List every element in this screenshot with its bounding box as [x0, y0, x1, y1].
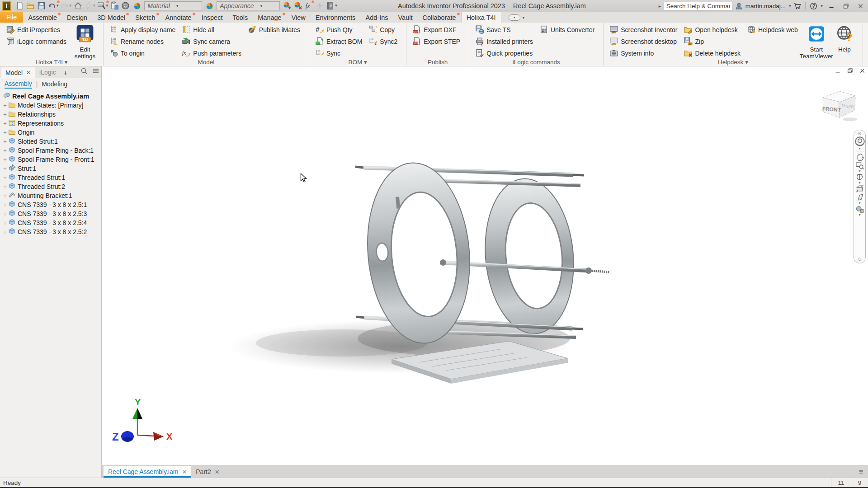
- browser-tab-ilogic[interactable]: iLogic: [35, 67, 60, 78]
- ribbon-tab-holixa-t4i[interactable]: Holixa T4I: [461, 12, 501, 23]
- search-input[interactable]: [664, 2, 732, 10]
- add-browser-tab-button[interactable]: +: [60, 69, 71, 78]
- ribbon-tab-collaborate[interactable]: Collaborate: [417, 12, 461, 23]
- ribbon-tab-tools[interactable]: Tools: [227, 12, 253, 23]
- user-name[interactable]: martin.madaj...: [745, 3, 786, 9]
- system-info-button[interactable]: System info: [608, 47, 679, 59]
- expand-icon[interactable]: +: [2, 229, 8, 235]
- tree-node-cns-7339-3-x-8-x-2-5-4[interactable]: +CNS 7339 - 3 x 8 x 2.5:4: [2, 218, 101, 227]
- subtab-modeling[interactable]: Modeling: [42, 80, 67, 88]
- rename-nodes-button[interactable]: Rename nodes: [108, 36, 177, 47]
- ribbon-group-label[interactable]: Holixa T4I ▾: [0, 58, 103, 66]
- open-helpdesk-button[interactable]: Open helpdesk: [682, 24, 742, 36]
- qat-new-file-button[interactable]: [14, 0, 25, 10]
- doc-restore-button[interactable]: [847, 67, 853, 75]
- qat-plus-grey-button[interactable]: [314, 0, 325, 10]
- edit-iproperties-button[interactable]: Edit iProperties: [4, 24, 68, 36]
- navbar-minimize-icon[interactable]: ⊖: [858, 257, 861, 262]
- chevron-down-icon[interactable]: ▾: [859, 147, 860, 150]
- save-ts-button[interactable]: Save TS: [473, 24, 535, 36]
- ribbon-group-label[interactable]: Publish: [406, 59, 469, 66]
- qat-select-device-button[interactable]: ▾: [96, 0, 109, 10]
- zoom-window-icon[interactable]: [854, 161, 865, 169]
- sync-button[interactable]: Sync: [313, 47, 364, 59]
- expand-icon[interactable]: +: [2, 156, 8, 163]
- qat-clipboard-button[interactable]: [109, 0, 120, 10]
- minimize-button[interactable]: [826, 1, 837, 11]
- browser-tab-model[interactable]: Model ✕: [1, 67, 35, 78]
- chevron-down-icon[interactable]: ▾: [859, 169, 860, 173]
- tree-node-strut-1[interactable]: +Strut:1: [2, 164, 101, 173]
- tree-node-cns-7339-3-x-8-x-2-5-3[interactable]: +CNS 7339 - 3 x 8 x 2.5:3: [2, 209, 101, 218]
- ribbon-tab-assemble[interactable]: Assemble: [23, 12, 62, 23]
- assembly-3d-view[interactable]: [102, 66, 868, 465]
- qat-home-button[interactable]: [72, 0, 83, 10]
- ribbon-tab-file[interactable]: File: [0, 12, 23, 23]
- qat-fx-button[interactable]: fx: [303, 0, 314, 10]
- extract-bom-button[interactable]: XLSExtract BOM: [313, 36, 364, 47]
- close-button[interactable]: [854, 1, 866, 11]
- expand-icon[interactable]: +: [2, 147, 8, 154]
- ribbon-tab-annotate[interactable]: Annotate: [160, 12, 197, 23]
- screenshot-desktop-button[interactable]: Screenshot desktop: [608, 36, 679, 47]
- tree-node-mounting-bracket-1[interactable]: +Mounting Bracket:1: [2, 191, 101, 200]
- expand-icon[interactable]: +: [2, 183, 8, 190]
- graphics-viewport[interactable]: FRONT RIGHT ⊗ ▾ ▾ ▾ ▾ ▾ ⊖ Y X Z: [102, 66, 868, 465]
- subtab-assembly[interactable]: Assembly: [5, 80, 32, 89]
- menu-icon[interactable]: [92, 67, 99, 76]
- close-icon[interactable]: ✕: [215, 469, 220, 475]
- qat-render-sphere-button[interactable]: [120, 0, 131, 10]
- expand-icon[interactable]: +: [2, 211, 8, 217]
- expand-icon[interactable]: +: [2, 174, 8, 181]
- doc-minimize-button[interactable]: [835, 67, 841, 75]
- to-origin-button[interactable]: To origin: [108, 47, 177, 59]
- ribbon-tab-vault[interactable]: Vault: [393, 12, 417, 23]
- collapse-arrow-icon[interactable]: ▸: [659, 4, 661, 9]
- help-icon[interactable]: ?: [810, 2, 817, 10]
- ribbon-tab-sketch[interactable]: Sketch: [130, 12, 160, 23]
- look-at-icon[interactable]: [854, 184, 865, 193]
- view-cube[interactable]: FRONT RIGHT: [819, 87, 861, 126]
- start-teamviewer-button[interactable]: Start TeamViewer: [802, 24, 830, 59]
- expand-icon[interactable]: +: [2, 192, 8, 199]
- store-cart-icon[interactable]: [793, 2, 801, 10]
- tree-node-cns-7339-3-x-8-x-2-5-2[interactable]: +CNS 7339 - 3 x 8 x 2.5:2: [2, 227, 101, 236]
- document-tab-part2[interactable]: Part2✕: [191, 466, 224, 478]
- copy-button[interactable]: Copy: [367, 24, 399, 36]
- export-step-button[interactable]: STPExport STEP: [410, 36, 462, 47]
- expand-icon[interactable]: +: [2, 220, 8, 226]
- ribbon-tab-add-ins[interactable]: Add-Ins: [361, 12, 393, 23]
- doc-close-button[interactable]: [859, 67, 865, 75]
- help-button[interactable]: ?Help: [830, 24, 859, 59]
- spool-frame-ring-back[interactable]: [479, 175, 580, 338]
- ribbon-collapse-button[interactable]: ▾ ▾: [509, 12, 525, 23]
- navbar-close-icon[interactable]: ⊗: [858, 131, 861, 136]
- chevron-down-icon[interactable]: ▾: [859, 181, 860, 184]
- chevron-down-icon[interactable]: ▾: [821, 4, 823, 8]
- push-qty-button[interactable]: #Push Qty: [313, 24, 364, 36]
- appearance-sphere-icon[interactable]: [854, 205, 865, 213]
- chevron-down-icon[interactable]: ▾: [859, 202, 860, 205]
- quick-properties-button[interactable]: Quick properties: [473, 47, 535, 59]
- view-face-icon[interactable]: [854, 193, 865, 202]
- document-tab-reel-cage-assembly-iam[interactable]: Reel Cage Assembly.iam✕: [104, 466, 191, 478]
- ilogic-commands-button[interactable]: iLogic commands: [4, 36, 68, 47]
- sync2-button[interactable]: 2Sync2: [367, 36, 399, 47]
- expand-icon[interactable]: +: [2, 120, 8, 127]
- search-icon[interactable]: [80, 67, 88, 76]
- close-icon[interactable]: ✕: [182, 469, 187, 475]
- tree-node-threaded-strut-1[interactable]: +Threaded Strut:1: [2, 173, 101, 182]
- screenshot-inventor-button[interactable]: Screenshot Inventor: [608, 24, 679, 36]
- navigation-wheel-icon[interactable]: [854, 136, 865, 147]
- ribbon-group-label[interactable]: BOM ▾: [309, 58, 406, 66]
- hide-all-button[interactable]: Hide all: [180, 24, 243, 36]
- tree-node-spool-frame-ring-back-1[interactable]: +Spool Frame Ring - Back:1: [2, 146, 101, 155]
- installed-printers-button[interactable]: ?Installed printers: [473, 36, 535, 47]
- ribbon-tab-inspect[interactable]: Inspect: [197, 12, 228, 23]
- tab-list-menu-icon[interactable]: [858, 468, 864, 476]
- push-parameters-button[interactable]: fxPush parameters: [180, 47, 243, 59]
- viewcube-front-label[interactable]: FRONT: [822, 106, 841, 113]
- zip-button[interactable]: ZIPZip: [682, 36, 742, 47]
- chevron-down-icon[interactable]: ▾: [859, 213, 860, 216]
- export-dxf-button[interactable]: DXFExport DXF: [410, 24, 462, 36]
